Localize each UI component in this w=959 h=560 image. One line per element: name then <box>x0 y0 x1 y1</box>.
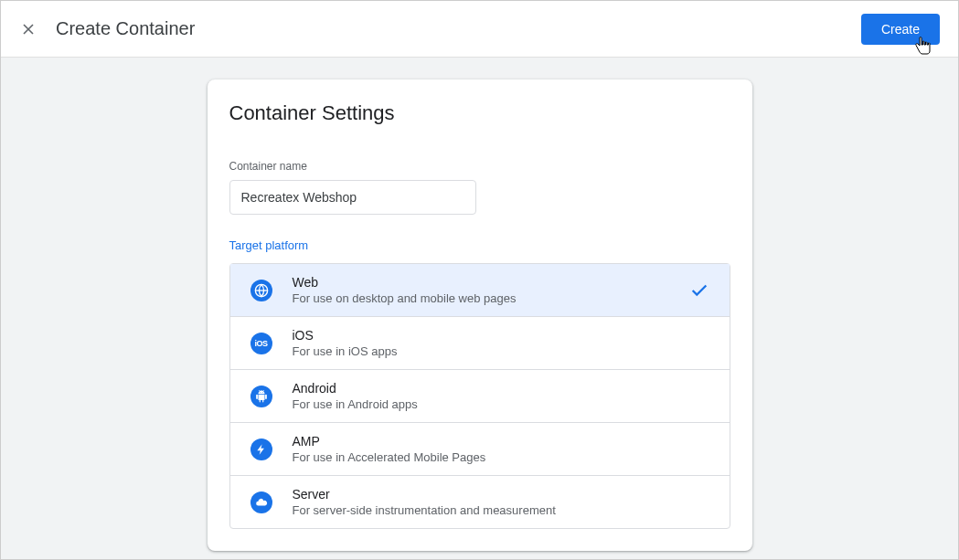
cloud-icon <box>250 491 272 513</box>
platform-text: Android For use in Android apps <box>293 381 709 411</box>
page-title: Create Container <box>56 18 861 39</box>
platform-list: Web For use on desktop and mobile web pa… <box>229 263 730 529</box>
platform-name: Android <box>293 381 709 396</box>
platform-option-amp[interactable]: AMP For use in Accelerated Mobile Pages <box>230 423 730 476</box>
platform-option-android[interactable]: Android For use in Android apps <box>230 370 730 423</box>
platform-desc: For use in Android apps <box>293 397 709 411</box>
platform-text: iOS For use in iOS apps <box>293 328 709 358</box>
platform-option-ios[interactable]: iOS iOS For use in iOS apps <box>230 317 730 370</box>
container-name-input[interactable] <box>229 180 476 215</box>
content-area: Container Settings Container name Target… <box>1 58 958 559</box>
container-name-label: Container name <box>229 160 730 173</box>
platform-option-web[interactable]: Web For use on desktop and mobile web pa… <box>230 264 730 317</box>
platform-option-server[interactable]: Server For server-side instrumentation a… <box>230 476 730 528</box>
target-platform-label: Target platform <box>229 238 730 252</box>
platform-desc: For use in iOS apps <box>293 344 709 358</box>
ios-icon: iOS <box>250 333 272 354</box>
platform-text: Web For use on desktop and mobile web pa… <box>293 275 689 305</box>
android-icon <box>250 386 272 407</box>
platform-desc: For use on desktop and mobile web pages <box>293 291 689 305</box>
platform-name: Server <box>293 487 709 502</box>
header: Create Container Create <box>1 1 958 58</box>
platform-name: iOS <box>293 328 709 343</box>
platform-name: AMP <box>293 434 709 449</box>
platform-desc: For server-side instrumentation and meas… <box>293 503 709 517</box>
platform-desc: For use in Accelerated Mobile Pages <box>293 450 709 464</box>
create-button[interactable]: Create <box>861 14 940 45</box>
check-icon <box>689 280 709 301</box>
platform-text: AMP For use in Accelerated Mobile Pages <box>293 434 709 464</box>
amp-icon <box>250 438 272 460</box>
platform-name: Web <box>293 275 689 290</box>
card-title: Container Settings <box>229 101 730 125</box>
web-icon <box>250 280 272 301</box>
settings-card: Container Settings Container name Target… <box>208 79 752 551</box>
platform-text: Server For server-side instrumentation a… <box>293 487 709 517</box>
close-icon[interactable] <box>19 20 37 38</box>
